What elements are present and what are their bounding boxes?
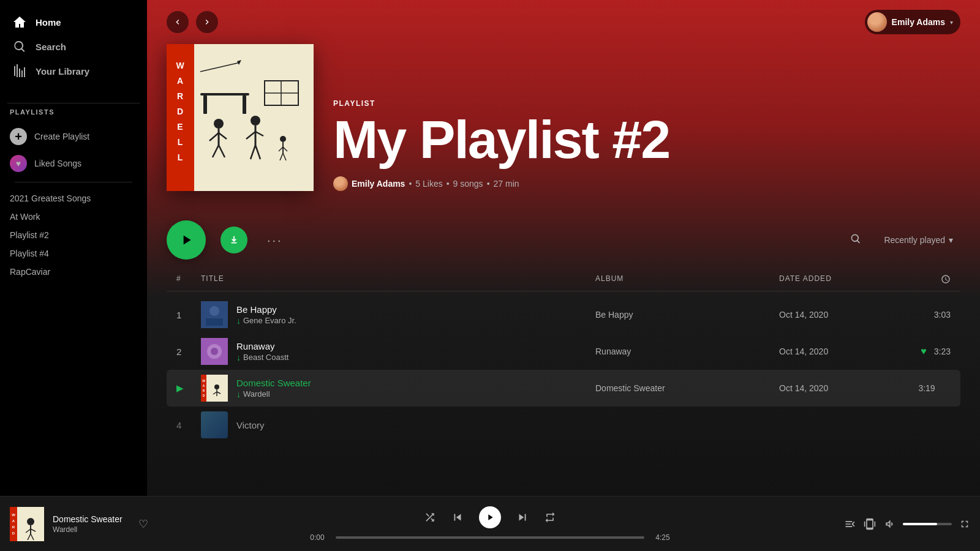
col-date: DATE ADDED: [779, 274, 902, 286]
repeat-button[interactable]: [544, 511, 556, 523]
svg-text:A: A: [12, 519, 15, 523]
playlist-item-playlist2[interactable]: Playlist #2: [7, 227, 140, 244]
devices-button[interactable]: [864, 518, 876, 530]
track-duration-cell: ♡ 3:19 ···: [902, 383, 951, 394]
now-playing-info: Domestic Sweater Wardell: [53, 514, 123, 534]
playlist-duration: 27 min: [494, 179, 519, 189]
playlist-owner-name[interactable]: Emily Adams: [352, 179, 405, 189]
next-icon: [516, 511, 529, 524]
artist-name: Beast Coastt: [243, 353, 288, 362]
sidebar-library-label: Your Library: [36, 66, 89, 77]
previous-icon: [451, 511, 464, 524]
play-icon: [485, 512, 495, 522]
track-duration: 3:23: [934, 347, 951, 356]
track-duration-cell: 3:03: [902, 310, 951, 320]
now-playing-heart-button[interactable]: ♡: [138, 517, 148, 531]
volume-fill: [903, 523, 937, 525]
back-icon: [173, 17, 183, 27]
now-playing-art: W A R D: [10, 507, 44, 541]
svg-point-12: [214, 119, 224, 129]
svg-rect-39: [206, 318, 223, 326]
play-button[interactable]: [167, 220, 206, 260]
player-buttons: [424, 506, 556, 528]
play-pause-button[interactable]: [479, 506, 501, 528]
queue-button[interactable]: [844, 518, 856, 530]
svg-text:A: A: [177, 76, 183, 86]
svg-text:W: W: [202, 379, 205, 383]
playlist-owner-avatar: [333, 176, 348, 191]
playlist-info: PLAYLIST My Playlist #2 Emily Adams • 5 …: [333, 99, 960, 191]
track-name: Victory: [236, 420, 265, 430]
cover-art: W A R D E L L: [167, 44, 314, 191]
table-row[interactable]: ▶ ▶ W A R D: [167, 370, 960, 407]
liked-songs-icon: ♥: [10, 155, 27, 172]
playlists-section: PLAYLISTS + Create Playlist ♥ Liked Song…: [0, 108, 147, 280]
sidebar: Home Search Your Library: [0, 0, 147, 496]
search-tracks-button[interactable]: [845, 228, 867, 253]
downloaded-icon: ↓: [236, 316, 241, 326]
svg-rect-9: [200, 93, 249, 96]
album-art-svg: W A R D E L L: [167, 44, 314, 191]
sidebar-navigation: Home Search Your Library: [0, 10, 147, 83]
sort-dropdown[interactable]: Recently played ▾: [876, 231, 960, 249]
col-album: ALBUM: [595, 274, 779, 286]
bottom-player: W A R D Domestic Sweater Wardell ♡: [0, 496, 980, 551]
forward-button[interactable]: [196, 11, 218, 33]
playlists-label: PLAYLISTS: [7, 108, 140, 116]
svg-text:D: D: [177, 107, 183, 116]
repeat-icon: [544, 511, 556, 523]
fullscreen-button[interactable]: [959, 519, 970, 530]
track-info: Victory: [236, 420, 265, 430]
shuffle-button[interactable]: [424, 511, 436, 523]
table-row[interactable]: 4 Victory: [167, 407, 960, 443]
search-icon: [12, 39, 27, 54]
user-menu-arrow: ▾: [950, 19, 953, 26]
back-button[interactable]: [167, 11, 189, 33]
forward-icon: [202, 17, 212, 27]
svg-point-38: [209, 306, 219, 316]
sort-label: Recently played: [884, 235, 945, 245]
table-row[interactable]: 2 ▶ Runaway ↓ B: [167, 333, 960, 370]
svg-text:R: R: [203, 389, 205, 392]
liked-heart-icon[interactable]: ♥: [921, 346, 927, 357]
playlist-title: My Playlist #2: [333, 113, 960, 167]
home-icon: [12, 15, 27, 29]
track-info: Domestic Sweater ↓ Wardell: [236, 378, 311, 399]
sidebar-item-library[interactable]: Your Library: [5, 59, 142, 83]
playlist-header: W A R D E L L: [147, 44, 980, 211]
sidebar-search-label: Search: [36, 42, 66, 52]
track-album: Domestic Sweater: [595, 383, 779, 393]
progress-bar-container: 0:00 4:25: [306, 533, 674, 542]
controls-bar: ··· Recently played ▾: [147, 211, 980, 274]
track-duration-cell: ♥ 3:23: [902, 346, 951, 357]
download-button[interactable]: [221, 227, 247, 253]
playlist-item-atwork[interactable]: At Work: [7, 208, 140, 225]
playlist-item-2021[interactable]: 2021 Greatest Songs: [7, 190, 140, 207]
volume-button[interactable]: [883, 518, 895, 530]
user-menu[interactable]: Emily Adams ▾: [865, 10, 960, 34]
playlist-cover: W A R D E L L: [167, 44, 314, 191]
volume-slider[interactable]: [903, 523, 952, 525]
next-button[interactable]: [516, 511, 529, 524]
runaway-thumb: [201, 338, 228, 365]
liked-songs-button[interactable]: ♥ Liked Songs: [7, 150, 140, 177]
progress-track[interactable]: [336, 536, 644, 539]
controls-right: Recently played ▾: [845, 228, 960, 253]
nav-buttons: [167, 11, 218, 33]
sidebar-item-search[interactable]: Search: [5, 34, 142, 59]
col-title: TITLE: [201, 274, 595, 286]
track-title-cell: W A R D Domestic Sweater: [201, 375, 595, 402]
track-title-cell: Be Happy ↓ Gene Evaro Jr.: [201, 301, 595, 328]
more-options-button[interactable]: ···: [262, 228, 288, 252]
library-icon: [12, 64, 27, 78]
create-playlist-button[interactable]: + Create Playlist: [7, 123, 140, 150]
sidebar-item-home[interactable]: Home: [5, 10, 142, 34]
track-num-text: 2: [176, 347, 181, 357]
svg-text:D: D: [12, 531, 15, 535]
playlist-item-playlist4[interactable]: Playlist #4: [7, 245, 140, 262]
previous-button[interactable]: [451, 511, 464, 524]
track-duration: 3:19: [918, 383, 935, 393]
table-row[interactable]: 1 ▶ Be Happy ↓: [167, 296, 960, 333]
playlist-item-rapcaviar[interactable]: RapCaviar: [7, 263, 140, 280]
track-artist: ↓ Beast Coastt: [236, 353, 288, 362]
